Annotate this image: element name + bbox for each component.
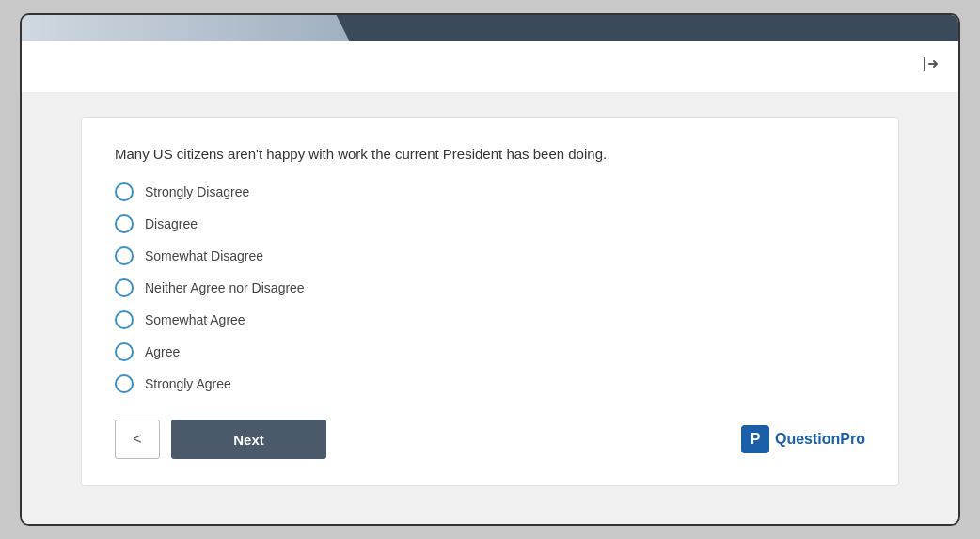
radio-circle	[115, 246, 134, 265]
brand-prefix: Question	[775, 431, 840, 447]
option-item[interactable]: Strongly Disagree	[115, 182, 865, 201]
svg-rect-0	[924, 57, 925, 71]
progress-bar-fill	[22, 15, 350, 41]
back-button[interactable]: <	[115, 420, 160, 459]
option-label: Agree	[145, 344, 180, 359]
option-item[interactable]: Strongly Agree	[115, 374, 865, 393]
option-item[interactable]: Disagree	[115, 214, 865, 233]
radio-circle	[115, 182, 134, 201]
option-label: Somewhat Disagree	[145, 248, 263, 263]
radio-circle	[115, 310, 134, 329]
header-area	[22, 41, 958, 93]
content-area: Many US citizens aren't happy with work …	[22, 93, 958, 524]
exit-icon[interactable]	[923, 55, 941, 79]
next-button[interactable]: Next	[171, 420, 326, 459]
question-text: Many US citizens aren't happy with work …	[115, 146, 865, 162]
radio-circle	[115, 374, 134, 393]
option-label: Strongly Agree	[145, 376, 231, 391]
option-item[interactable]: Somewhat Agree	[115, 310, 865, 329]
survey-window: Many US citizens aren't happy with work …	[20, 13, 960, 526]
option-label: Strongly Disagree	[145, 184, 249, 199]
radio-circle	[115, 342, 134, 361]
option-item[interactable]: Agree	[115, 342, 865, 361]
progress-bar-area	[22, 15, 958, 41]
option-label: Somewhat Agree	[145, 312, 245, 327]
brand-logo: P QuestionPro	[741, 425, 865, 453]
option-label: Neither Agree nor Disagree	[145, 280, 305, 295]
option-item[interactable]: Somewhat Disagree	[115, 246, 865, 265]
footer-row: < Next P QuestionPro	[115, 420, 865, 459]
brand-icon: P	[741, 425, 769, 453]
options-list: Strongly Disagree Disagree Somewhat Disa…	[115, 182, 865, 393]
option-item[interactable]: Neither Agree nor Disagree	[115, 278, 865, 297]
radio-circle	[115, 278, 134, 297]
brand-name: QuestionPro	[775, 431, 865, 448]
option-label: Disagree	[145, 216, 198, 231]
brand-suffix: Pro	[840, 431, 865, 447]
radio-circle	[115, 214, 134, 233]
survey-card: Many US citizens aren't happy with work …	[81, 117, 899, 486]
